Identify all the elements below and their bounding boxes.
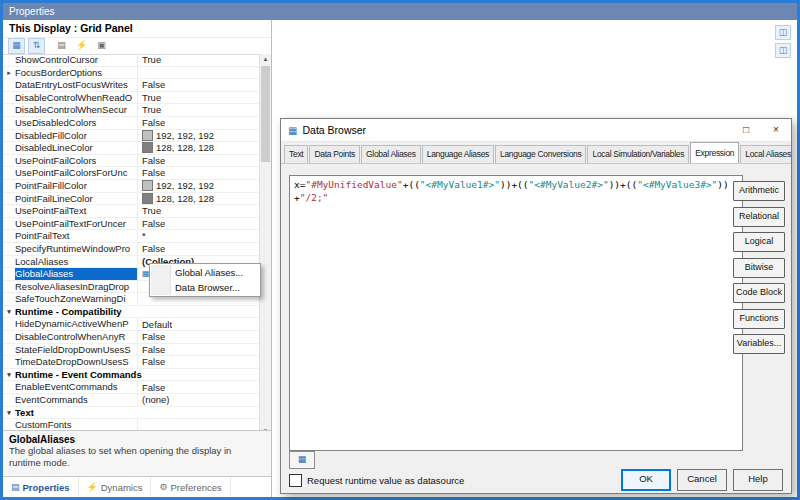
row-gutter <box>3 331 15 343</box>
collapse-icon[interactable]: ▾ <box>3 369 15 381</box>
expression-editor[interactable]: x="#MyUnifiedValue"+(("<#MyValue1#>"))+(… <box>289 175 743 451</box>
category-row[interactable]: ▾Runtime - Event Commands <box>3 369 271 382</box>
property-row[interactable]: UsePointFailTextForUncerFalse <box>3 218 271 231</box>
property-row[interactable]: SpecifyRuntimeWindowProFalse <box>3 243 271 256</box>
property-row[interactable]: DisabledFillColor192, 192, 192 <box>3 130 271 143</box>
property-value-text: 192, 192, 192 <box>156 180 214 191</box>
property-row[interactable]: UsePointFailTextTrue <box>3 205 271 218</box>
menu-item-global-aliases[interactable]: Global Aliases... <box>151 265 259 280</box>
cancel-button[interactable]: Cancel <box>677 469 727 491</box>
tab-preferences[interactable]: ⚙Preferences <box>151 477 230 497</box>
expand-icon[interactable]: ▸ <box>3 67 15 79</box>
property-row[interactable]: UsePointFailColorsForUncFalse <box>3 167 271 180</box>
property-row[interactable]: StateFieldDropDownUsesSFalse <box>3 344 271 357</box>
dock-panel-icon-1[interactable]: ◫ <box>775 25 791 40</box>
property-row[interactable]: EnableEventCommandsFalse <box>3 381 271 394</box>
property-value: False <box>138 331 260 343</box>
menu-item-data-browser[interactable]: Data Browser... <box>151 280 259 295</box>
bitwise-button[interactable]: Bitwise <box>733 258 785 278</box>
property-row[interactable]: DisableControlWhenReadOTrue <box>3 92 271 105</box>
close-button[interactable]: × <box>761 119 791 141</box>
property-row[interactable]: PointFailLineColor128, 128, 128 <box>3 193 271 206</box>
property-name: UsePointFailColorsForUnc <box>15 167 138 179</box>
window-titlebar[interactable]: Properties <box>3 3 797 20</box>
property-value: False <box>138 356 260 368</box>
property-name: PointFailFillColor <box>15 180 138 192</box>
color-swatch-icon <box>142 180 153 191</box>
color-swatch-icon <box>142 142 153 153</box>
property-name: PointFailText <box>15 230 138 242</box>
collapse-icon[interactable]: ▾ <box>3 306 15 318</box>
property-value: 128, 128, 128 <box>138 193 260 205</box>
events-icon[interactable]: ⚡ <box>73 38 90 54</box>
arithmetic-button[interactable]: Arithmetic <box>733 181 785 201</box>
scroll-up-icon[interactable]: ▲ <box>260 54 271 65</box>
property-name: ShowControlCursor <box>15 54 138 66</box>
property-value: * <box>138 230 260 242</box>
tab-properties[interactable]: ▤Properties <box>3 477 79 497</box>
dialog-tab-language-aliases[interactable]: Language Aliases <box>422 145 494 163</box>
property-row[interactable]: EventCommands(none) <box>3 394 271 407</box>
expression-segment: "<#MyValue2#>" <box>529 179 609 190</box>
relational-button[interactable]: Relational <box>733 207 785 227</box>
functions-button[interactable]: Functions <box>733 309 785 329</box>
row-gutter <box>3 155 15 167</box>
property-row[interactable]: DisabledLineColor128, 128, 128 <box>3 142 271 155</box>
dialog-titlebar[interactable]: ▦ Data Browser □× <box>281 119 791 142</box>
scroll-thumb[interactable] <box>261 66 270 162</box>
dialog-window-buttons: □× <box>731 119 791 141</box>
alphabetical-sort-icon[interactable]: ⇅ <box>28 38 45 54</box>
row-gutter <box>3 356 15 368</box>
tab-dynamics[interactable]: ⚡Dynamics <box>79 477 152 497</box>
property-value: Default <box>138 318 260 330</box>
property-name: SpecifyRuntimeWindowPro <box>15 243 138 255</box>
tab-label: Dynamics <box>101 482 143 493</box>
property-pages-icon[interactable]: ▤ <box>53 38 70 54</box>
property-value-text: Default <box>142 319 172 330</box>
categorized-icon[interactable]: ▦ <box>8 38 25 54</box>
property-row[interactable]: HideDynamicActiveWhenPDefault <box>3 318 271 331</box>
property-row[interactable]: UseDisabledColorsFalse <box>3 117 271 130</box>
row-gutter <box>3 268 15 280</box>
category-label: Text <box>15 407 34 419</box>
messages-icon[interactable]: ▣ <box>93 38 110 54</box>
expression-segment: "#MyUnifiedValue" <box>305 179 402 190</box>
dialog-tab-language-conversions[interactable]: Language Conversions <box>495 145 586 163</box>
property-value: True <box>138 104 260 116</box>
property-value: False <box>138 381 260 393</box>
property-row[interactable]: ShowControlCursorTrue <box>3 54 271 67</box>
row-gutter <box>3 281 15 293</box>
ok-button[interactable]: OK <box>621 469 671 491</box>
request-runtime-checkbox[interactable] <box>289 474 302 487</box>
collapse-icon[interactable]: ▾ <box>3 407 15 419</box>
dialog-tab-global-aliases[interactable]: Global Aliases <box>361 145 421 163</box>
property-value: True <box>138 92 260 104</box>
variables--button[interactable]: Variables... <box>733 334 785 354</box>
grid-scrollbar[interactable]: ▲ ▼ <box>259 54 271 437</box>
dialog-tab-text[interactable]: Text <box>284 145 308 163</box>
help-button[interactable]: Help <box>733 469 783 491</box>
property-row[interactable]: DisableControlWhenSecurTrue <box>3 104 271 117</box>
property-row[interactable]: ▸FocusBorderOptions <box>3 67 271 80</box>
dialog-tab-local-simulation-variables[interactable]: Local Simulation/Variables <box>587 145 689 163</box>
dock-panel-icon-2[interactable]: ◫ <box>775 43 791 58</box>
property-row[interactable]: PointFailFillColor192, 192, 192 <box>3 180 271 193</box>
property-row[interactable]: TimeDateDropDownUsesSFalse <box>3 356 271 369</box>
dialog-buttons: OKCancelHelp <box>621 469 783 491</box>
property-row[interactable]: PointFailText* <box>3 230 271 243</box>
runtime-checkbox-row: Request runtime value as datasource <box>289 474 464 487</box>
property-name: DisableControlWhenReadO <box>15 92 138 104</box>
property-row[interactable]: DisableControlWhenAnyRFalse <box>3 331 271 344</box>
dialog-tab-local-aliases[interactable]: Local Aliases <box>740 145 791 163</box>
code-block-button[interactable]: Code Block <box>733 283 785 303</box>
logical-button[interactable]: Logical <box>733 232 785 252</box>
insert-tag-button[interactable]: ▦ <box>289 451 315 469</box>
maximize-button[interactable]: □ <box>731 119 761 141</box>
category-row[interactable]: ▾Text <box>3 407 271 420</box>
category-row[interactable]: ▾Runtime - Compatibility <box>3 306 271 319</box>
property-row[interactable]: UsePointFailColorsFalse <box>3 155 271 168</box>
property-row[interactable]: DataEntryLostFocusWritesFalse <box>3 79 271 92</box>
dialog-tab-expression[interactable]: Expression <box>690 142 739 164</box>
dialog-tab-data-points[interactable]: Data Points <box>309 145 360 163</box>
props-toolbar: ▦⇅▤⚡▣ <box>3 38 271 55</box>
